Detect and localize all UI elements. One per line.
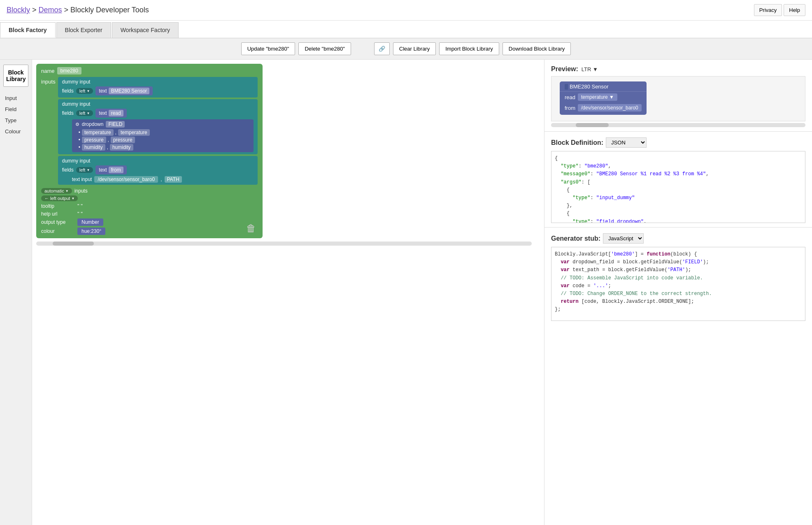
option-pressure-val[interactable]: pressure xyxy=(111,137,135,143)
right-panel: Preview: LTR ▼ BME280 Sensor read xyxy=(544,60,812,525)
privacy-button[interactable]: Privacy xyxy=(754,4,782,16)
left-pill-1[interactable]: left ▼ xyxy=(76,88,93,94)
blockly-link[interactable]: Blockly xyxy=(7,6,30,14)
preview-block: BME280 Sensor read temperature ▼ from /d… xyxy=(560,81,647,115)
left-pill-2[interactable]: left ▼ xyxy=(76,110,93,116)
option-pressure: • pressure , pressure xyxy=(75,137,250,143)
inputs-tag-label: inputs xyxy=(74,188,88,194)
demos-link[interactable]: Demos xyxy=(39,6,62,14)
tab-block-factory[interactable]: Block Factory xyxy=(0,22,56,38)
output-type-label: output type xyxy=(41,219,74,225)
left-pill-1-label: left xyxy=(79,88,86,93)
preview-read-label: read xyxy=(565,94,575,100)
text-input-row: text input /dev/sensor/sensor_baro0 , PA… xyxy=(72,176,254,183)
sidebar-item-type[interactable]: Type xyxy=(2,116,29,125)
gen-stub-header: Generator stub: xyxy=(551,235,600,242)
dropdown-block: ⚙ dropdown FIELD • temperature , tempera… xyxy=(72,119,254,152)
dummy-input-label-1: dummy input xyxy=(62,79,91,85)
text-value-bme280[interactable]: BME280 Sensor xyxy=(109,88,149,94)
dummy-input-3: dummy input fields left ▼ text from xyxy=(58,156,258,185)
dropdown-label: dropdown xyxy=(82,121,104,127)
dropdown-field-val[interactable]: FIELD xyxy=(106,121,125,128)
left-pill-3[interactable]: left ▼ xyxy=(76,167,93,173)
path-tag: PATH xyxy=(165,176,182,183)
option-temp-val[interactable]: temperature xyxy=(118,129,150,136)
sidebar-item-input[interactable]: Input xyxy=(2,93,29,103)
block-def-format-select[interactable]: JSON JavaScript xyxy=(606,137,647,148)
trash-icon[interactable]: 🗑 xyxy=(246,223,256,234)
preview-from-label: from xyxy=(565,105,575,111)
toolbar: Update "bme280" Delete "bme280" 🔗 Clear … xyxy=(0,38,812,60)
name-value[interactable]: bme280 xyxy=(57,67,81,74)
block-definition-section: Block Definition: JSON JavaScript { "typ… xyxy=(544,132,812,228)
dummy-input-label-2: dummy input xyxy=(62,101,91,107)
delete-button[interactable]: Delete "bme280" xyxy=(298,42,351,55)
text-label-read: text xyxy=(99,110,107,116)
header: Blockly > Demos > Blockly Developer Tool… xyxy=(0,0,812,21)
update-button[interactable]: Update "bme280" xyxy=(241,42,295,55)
tabs-bar: Block Factory Block Exporter Workspace F… xyxy=(0,21,812,38)
block-def-header: Block Definition: xyxy=(551,139,603,146)
left-pill-2-arrow: ▼ xyxy=(86,112,90,115)
option-temperature: • temperature , temperature xyxy=(75,129,250,136)
block-def-code: { "type": "bme280", "message0": "BME280 … xyxy=(551,151,805,223)
hue-value[interactable]: hue:230° xyxy=(77,228,105,235)
gen-stub-code: Blockly.JavaScript['bme280'] = function(… xyxy=(551,247,805,321)
hue-val: 230° xyxy=(91,228,101,234)
sidebar-item-field[interactable]: Field xyxy=(2,105,29,114)
preview-path[interactable]: /dev/sensor/sensor_baro0 xyxy=(578,104,642,112)
header-separator: > xyxy=(32,6,39,14)
gen-stub-lang-select[interactable]: JavaScript Python xyxy=(603,233,644,244)
bottom-controls: automatic ▼ inputs ← left output ▼ toolt… xyxy=(41,188,258,235)
text-input-val[interactable]: /dev/sensor/sensor_baro0 xyxy=(94,176,158,183)
download-button[interactable]: Download Block Library xyxy=(503,42,571,55)
tab-block-exporter[interactable]: Block Exporter xyxy=(56,22,111,38)
inputs-label: inputs xyxy=(41,79,56,85)
text-value-from[interactable]: from xyxy=(109,167,123,173)
automatic-pill[interactable]: automatic ▼ xyxy=(41,188,72,194)
preview-temperature-val: temperature ▼ xyxy=(581,94,614,100)
option-humidity-key[interactable]: humidity xyxy=(82,144,105,151)
preview-section: Preview: LTR ▼ BME280 Sensor read xyxy=(544,60,812,132)
left-output-label: ← left output xyxy=(44,196,70,201)
fields-label-1: fields xyxy=(62,88,74,94)
help-url-label: help url xyxy=(41,211,74,217)
text-label-1: text xyxy=(99,88,107,94)
colour-label: colour xyxy=(41,228,74,234)
dummy-input-2: dummy input fields left ▼ text read xyxy=(58,99,258,154)
option-pressure-key[interactable]: pressure xyxy=(82,137,106,143)
output-type-val[interactable]: Number xyxy=(77,218,103,226)
block-editor-canvas: name bme280 inputs dummy input fields xyxy=(32,60,544,525)
help-button[interactable]: Help xyxy=(784,4,805,16)
inputs-section: inputs dummy input fields left ▼ xyxy=(41,77,258,185)
clear-library-button[interactable]: Clear Library xyxy=(393,42,436,55)
option-humidity-val[interactable]: humidity xyxy=(110,144,133,151)
import-button[interactable]: Import Block Library xyxy=(439,42,499,55)
tab-workspace-factory[interactable]: Workspace Factory xyxy=(112,22,179,38)
left-pill-3-label: left xyxy=(79,167,86,172)
option-temp-key[interactable]: temperature xyxy=(82,129,114,136)
option-humidity: • humidity , humidity xyxy=(75,144,250,151)
block-library-button[interactable]: Block Library xyxy=(3,65,28,87)
ltr-selector[interactable]: LTR ▼ xyxy=(582,66,598,72)
preview-block-title: BME280 Sensor xyxy=(570,84,609,90)
tooltip-label: tooltip xyxy=(41,203,74,209)
hue-label: hue: xyxy=(81,228,91,234)
text-value-read[interactable]: read xyxy=(109,110,123,116)
text-label-from: text xyxy=(99,167,107,173)
page-title: Blockly > Demos > Blockly Developer Tool… xyxy=(7,6,149,14)
left-pill-2-label: left xyxy=(79,111,86,116)
header-buttons: Privacy Help xyxy=(754,4,805,16)
automatic-label: automatic xyxy=(44,188,64,193)
header-rest: > Blockly Developer Tools xyxy=(64,6,149,14)
link-button[interactable]: 🔗 xyxy=(374,42,390,55)
fields-label-2: fields xyxy=(62,110,74,116)
fields-label-3: fields xyxy=(62,167,74,173)
gear-icon: ⚙ xyxy=(75,122,79,127)
dummy-input-1: dummy input fields left ▼ text BME280 Se… xyxy=(58,77,258,98)
preview-temperature[interactable]: temperature ▼ xyxy=(578,93,617,101)
left-pill-1-arrow: ▼ xyxy=(86,89,90,93)
left-output-pill[interactable]: ← left output ▼ xyxy=(41,195,78,201)
text-block-1: text BME280 Sensor xyxy=(95,86,153,95)
sidebar-item-colour[interactable]: Colour xyxy=(2,127,29,136)
